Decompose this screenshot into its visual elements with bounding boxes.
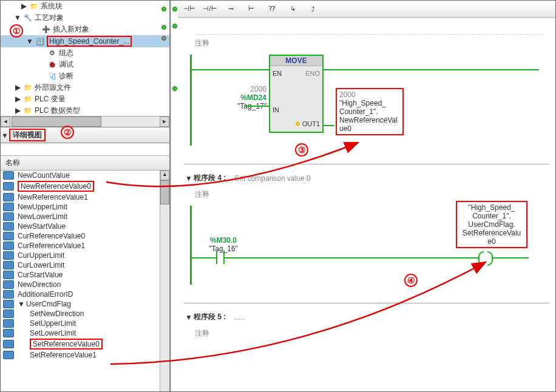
tag-icon <box>3 300 14 308</box>
scroll-right-icon[interactable]: ► <box>160 117 169 127</box>
tree-item[interactable]: ➕插入新对象 <box>1 24 169 35</box>
coil[interactable] <box>480 251 492 263</box>
tag-icon <box>3 290 14 299</box>
detail-item-label: AdditionalErrorID <box>18 290 73 299</box>
tree-node-icon: ⚙ <box>47 49 57 58</box>
tag-icon <box>3 212 14 221</box>
seg4-comment: 注释 <box>195 189 538 200</box>
tree-item[interactable]: ▼🔢High_Speed_Counter_... <box>1 35 169 47</box>
tree-status-dots <box>160 1 168 47</box>
detail-row[interactable]: CurStartValue <box>1 270 169 280</box>
tree-item-label: PLC 数据类型 <box>35 106 80 116</box>
tree-node-icon: 🩺 <box>47 72 57 81</box>
detail-row[interactable]: NewDirection <box>1 280 169 289</box>
tree-toggle-icon[interactable]: ▼ <box>26 37 33 46</box>
move-out-operand[interactable]: 2000 "High_Speed_ Counter_1". NewReferen… <box>336 88 404 135</box>
marker-2: ② <box>61 126 74 139</box>
detail-item-label: NewCountValue <box>18 171 70 180</box>
move-block-title: MOVE <box>270 56 322 66</box>
detail-row[interactable]: SetLowerLimit <box>1 328 169 338</box>
detail-row[interactable]: SetNewDirection <box>1 309 169 319</box>
tag-icon <box>3 251 14 260</box>
toolbar-button[interactable]: ⊢ <box>243 3 259 15</box>
tree-toggle-icon[interactable]: ▶ <box>14 95 21 103</box>
detail-row[interactable]: ▼UserCmdFlag <box>1 299 169 309</box>
network-4: %M30.0 "Tag_16" "High_Speed_ Counter_1".… <box>184 206 549 285</box>
tree-item-label: PLC 变量 <box>35 94 66 104</box>
toolbar-button[interactable]: ⁇ <box>264 3 280 15</box>
detail-row[interactable]: CurReferenceValue0 <box>1 231 169 241</box>
contact-tag[interactable]: %M30.0 "Tag_16" <box>202 236 245 253</box>
tree-scrollbar-h[interactable]: ◄ ► <box>1 116 169 127</box>
tree-item[interactable]: ▶📁PLC 变量 <box>1 93 169 105</box>
toolbar-button[interactable]: ⊸ <box>223 3 239 15</box>
detail-row[interactable]: SetReferenceValue1 <box>1 350 169 360</box>
move-en-label: EN <box>273 70 282 77</box>
column-header-name[interactable]: 名称 <box>1 155 169 171</box>
tree-item[interactable]: 🐞调试 <box>1 59 169 70</box>
tree-toggle-icon[interactable]: ▶ <box>14 83 21 92</box>
detail-row[interactable]: NewCountValue <box>1 171 169 180</box>
detail-row[interactable]: CurReferenceValue1 <box>1 241 169 251</box>
tag-icon <box>3 242 14 250</box>
tree-node-icon: 🔧 <box>23 13 33 23</box>
ladder-canvas[interactable]: 注释 MOVE EN ENO IN ✱ OUT1 2000 % <box>178 18 555 391</box>
detail-row[interactable]: NewStartValue <box>1 221 169 231</box>
detail-item-label: SetNewDirection <box>30 309 84 318</box>
tree-toggle-icon[interactable]: ▶ <box>14 106 21 115</box>
tree-item[interactable]: ⚙组态 <box>1 47 169 59</box>
tree-toggle-icon[interactable]: ▼ <box>14 13 21 22</box>
detail-item-label: NewDirection <box>18 280 61 289</box>
detail-row[interactable]: NewReferenceValue1 <box>1 192 169 202</box>
detail-item-label: SetLowerLimit <box>30 329 76 337</box>
detail-row[interactable]: AdditionalErrorID <box>1 289 169 299</box>
tag-icon <box>3 329 14 337</box>
expand-icon[interactable]: ▼ <box>18 300 25 308</box>
detail-list[interactable]: ▲ NewCountValueNewReferenceValue0NewRefe… <box>1 171 169 391</box>
tree-item[interactable]: 🩺诊断 <box>1 70 169 82</box>
detail-row[interactable]: SetReferenceValue0 <box>1 338 169 350</box>
coil-operand[interactable]: "High_Speed_ Counter_1". UserCmdFlag. Se… <box>456 201 527 248</box>
tree-item[interactable]: ▶📁外部源文件 <box>1 82 169 93</box>
tag-icon <box>3 193 14 201</box>
segment-5-header[interactable]: ▼ 程序段 5 : ..... <box>184 309 549 325</box>
tree-item[interactable]: ▶📁PLC 数据类型 <box>1 105 169 116</box>
tree-node-icon: 🐞 <box>47 60 57 70</box>
detail-item-label: CurReferenceValue1 <box>18 242 85 250</box>
editor-toolbar: ⊣⊢⊣/⊢⊸⊢⁇↳⤴ <box>178 1 555 18</box>
project-tree[interactable]: ▶📁系统块▼🔧工艺对象➕插入新对象▼🔢High_Speed_Counter_..… <box>1 1 169 116</box>
detail-row[interactable]: NewUpperLimit <box>1 202 169 212</box>
tree-node-icon: 📁 <box>23 83 33 93</box>
segment-4-header[interactable]: ▼ 程序段 4 : Set comparison value 0 <box>184 171 549 186</box>
tree-toggle-icon[interactable]: ▶ <box>20 2 27 10</box>
tag-icon <box>3 309 14 318</box>
detail-item-label: SetUpperLimit <box>30 319 76 328</box>
detail-item-label: CurReferenceValue0 <box>18 232 85 240</box>
net3-comment: 注释 <box>195 38 538 49</box>
detail-item-label: SetReferenceValue0 <box>30 339 103 350</box>
tree-item[interactable]: ▼🔧工艺对象 <box>1 12 169 24</box>
toolbar-button[interactable]: ⤴ <box>305 3 321 15</box>
tree-item-label: 插入新对象 <box>53 24 89 35</box>
move-block[interactable]: MOVE EN ENO IN ✱ OUT1 <box>269 55 324 133</box>
status-gutter <box>171 1 178 391</box>
detail-row[interactable]: CurLowerLimit <box>1 260 169 270</box>
tree-item-label: 组态 <box>59 48 73 58</box>
marker-3: ③ <box>295 143 308 157</box>
scroll-left-icon[interactable]: ◄ <box>1 117 10 127</box>
detail-item-label: NewStartValue <box>18 222 66 231</box>
detail-row[interactable]: CurUpperLimit <box>1 251 169 260</box>
detail-row[interactable]: SetUpperLimit <box>1 319 169 328</box>
tree-node-icon: 🔢 <box>35 36 45 46</box>
detail-scrollbar-v[interactable]: ▲ <box>160 171 169 391</box>
toolbar-button[interactable]: ↳ <box>285 3 300 15</box>
detail-header-label: 详细视图 <box>9 129 46 141</box>
toolbar-button[interactable]: ⊣⊢ <box>181 3 197 15</box>
tree-item[interactable]: ▶📁系统块 <box>1 1 169 12</box>
detail-row[interactable]: NewReferenceValue0 <box>1 180 169 192</box>
detail-view-header[interactable]: ▾ 详细视图 <box>1 127 169 143</box>
tag-icon <box>3 232 14 240</box>
detail-row[interactable]: NewLowerLimit <box>1 212 169 221</box>
toolbar-button[interactable]: ⊣/⊢ <box>202 3 218 15</box>
tree-node-icon: 📁 <box>23 106 33 116</box>
